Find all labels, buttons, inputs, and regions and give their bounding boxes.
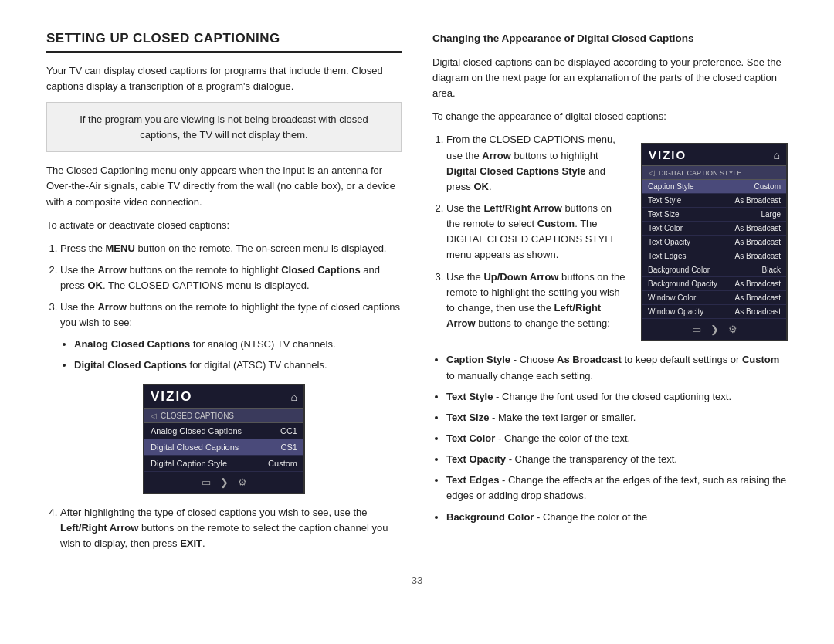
page-title: SETTING UP CLOSED CAPTIONING [46, 31, 402, 53]
right-intro-2: To change the appearance of digital clos… [432, 109, 788, 124]
page-container: SETTING UP CLOSED CAPTIONING Your TV can… [46, 31, 788, 586]
right-row-9-label: Window Opacity [648, 307, 703, 316]
left-row-1-value: CS1 [281, 442, 297, 452]
right-menu-row-4: Text Opacity As Broadcast [642, 236, 786, 249]
right-row-3-value: As Broadcast [735, 224, 781, 232]
right-row-7-label: Background Opacity [648, 280, 717, 288]
footer-icon-1: ▭ [202, 476, 211, 488]
right-footer-icon-1: ▭ [692, 324, 701, 335]
left-row-1-label: Digital Closed Captions [151, 442, 239, 452]
right-row-5-value: As Broadcast [735, 252, 781, 260]
left-step4-list: After highlighting the type of closed ca… [60, 505, 402, 551]
right-row-4-value: As Broadcast [735, 238, 781, 246]
home-icon-right: ⌂ [774, 149, 780, 161]
right-subtitle: Changing the Appearance of Digital Close… [432, 31, 788, 47]
bullet-text-color: Text Color - Change the color of the tex… [446, 431, 788, 446]
right-row-1-label: Text Style [648, 196, 681, 205]
notice-text: If the program you are viewing is not be… [80, 114, 368, 141]
right-row-0-value: Custom [754, 182, 781, 191]
bullet-text-style: Text Style - Change the font used for th… [446, 389, 788, 405]
left-step-2: Use the Arrow buttons on the remote to h… [60, 263, 402, 293]
right-menu-subtitle-text: DIGITAL CAPTION STYLE [659, 169, 742, 177]
left-column: SETTING UP CLOSED CAPTIONING Your TV can… [46, 31, 402, 559]
left-row-0-value: CC1 [280, 426, 297, 436]
right-step-1: From the CLOSED CAPTIONS menu, use the A… [446, 132, 627, 195]
right-row-5-label: Text Edges [648, 252, 686, 260]
bullet-text-opacity: Text Opacity - Change the transparency o… [446, 452, 788, 467]
right-row-7-value: As Broadcast [735, 280, 781, 288]
left-menu-row-1: Digital Closed Captions CS1 [144, 439, 303, 456]
right-menu-row-2: Text Size Large [642, 208, 786, 222]
right-bullets-list: Caption Style - Choose As Broadcast to k… [446, 352, 788, 524]
footer-icon-3: ⚙ [238, 476, 247, 488]
home-icon-left: ⌂ [291, 391, 297, 403]
activate-intro: To activate or deactivate closed caption… [46, 218, 402, 233]
left-step-1: Press the MENU button on the remote. The… [60, 241, 402, 256]
right-footer-icon-2: ❯ [710, 324, 719, 335]
right-row-0-label: Caption Style [648, 182, 693, 191]
right-menu-row-6: Background Color Black [642, 263, 786, 277]
body-paragraph-1: The Closed Captioning menu only appears … [46, 163, 402, 209]
back-arrow-left: ◁ [151, 412, 157, 420]
right-row-8-label: Window Color [648, 293, 696, 302]
right-menu-row-5: Text Edges As Broadcast [642, 249, 786, 263]
page-number: 33 [46, 575, 788, 586]
right-menu-row-3: Text Color As Broadcast [642, 222, 786, 236]
caption-type-list: Analog Closed Captions for analog (NTSC)… [74, 337, 402, 373]
bullet-text-size: Text Size - Make the text larger or smal… [446, 410, 788, 425]
left-step-4: After highlighting the type of closed ca… [60, 505, 402, 551]
footer-icon-2: ❯ [220, 476, 229, 488]
right-row-9-value: As Broadcast [735, 307, 781, 316]
right-tv-menu: VIZIO ⌂ ◁ DIGITAL CAPTION STYLE Caption … [641, 143, 788, 341]
two-col-layout: SETTING UP CLOSED CAPTIONING Your TV can… [46, 31, 788, 559]
right-menu-header: VIZIO ⌂ [642, 144, 786, 166]
right-row-6-value: Black [762, 266, 781, 274]
left-row-0-label: Analog Closed Captions [151, 426, 242, 436]
left-menu-subtitle: ◁ CLOSED CAPTIONS [144, 409, 303, 423]
right-menu-row-1: Text Style As Broadcast [642, 194, 786, 208]
notice-box: If the program you are viewing is not be… [46, 102, 402, 152]
right-step-3: Use the Up/Down Arrow buttons on the rem… [446, 269, 627, 332]
digital-bullet: Digital Closed Captions for digital (ATS… [74, 358, 402, 373]
right-menu-row-8: Window Color As Broadcast [642, 291, 786, 305]
left-menu-header: VIZIO ⌂ [144, 385, 303, 409]
vizio-logo-right: VIZIO [649, 148, 687, 161]
right-steps-text: From the CLOSED CAPTIONS menu, use the A… [432, 132, 627, 339]
back-arrow-right: ◁ [649, 168, 655, 177]
left-steps-list: Press the MENU button on the remote. The… [60, 241, 402, 373]
right-row-6-label: Background Color [648, 266, 710, 274]
right-row-3-label: Text Color [648, 224, 683, 232]
right-footer-icon-3: ⚙ [728, 324, 737, 335]
left-row-2-value: Custom [268, 459, 297, 468]
left-menu-footer: ▭ ❯ ⚙ [144, 472, 303, 493]
right-menu-footer: ▭ ❯ ⚙ [642, 319, 786, 340]
right-row-2-label: Text Size [648, 210, 680, 219]
left-menu-row-0: Analog Closed Captions CC1 [144, 423, 303, 439]
right-row-4-label: Text Opacity [648, 238, 690, 246]
right-menu-row-9: Window Opacity As Broadcast [642, 305, 786, 319]
bullet-bg-color: Background Color - Change the color of t… [446, 510, 788, 525]
analog-bullet: Analog Closed Captions for analog (NTSC)… [74, 337, 402, 352]
right-row-1-value: As Broadcast [735, 196, 781, 205]
right-menu-row-0: Caption Style Custom [642, 180, 786, 194]
left-row-2-label: Digital Caption Style [151, 459, 227, 468]
intro-paragraph: Your TV can display closed captions for … [46, 63, 402, 94]
bullet-text-edges: Text Edges - Change the effects at the e… [446, 473, 788, 503]
right-menu-subtitle: ◁ DIGITAL CAPTION STYLE [642, 166, 786, 180]
vizio-logo-left: VIZIO [151, 389, 192, 405]
right-intro-1: Digital closed captions can be displayed… [432, 55, 788, 101]
bullet-caption-style: Caption Style - Choose As Broadcast to k… [446, 352, 788, 383]
left-menu-subtitle-text: CLOSED CAPTIONS [161, 412, 234, 420]
left-step-3: Use the Arrow buttons on the remote to h… [60, 300, 402, 373]
left-tv-menu: VIZIO ⌂ ◁ CLOSED CAPTIONS Analog Closed … [143, 384, 305, 494]
right-column: Changing the Appearance of Digital Close… [432, 31, 788, 559]
right-row-2-value: Large [761, 210, 781, 219]
right-steps-list: From the CLOSED CAPTIONS menu, use the A… [446, 132, 627, 331]
right-steps-with-menu: From the CLOSED CAPTIONS menu, use the A… [432, 132, 788, 352]
right-row-8-value: As Broadcast [735, 293, 781, 302]
right-step-2: Use the Left/Right Arrow buttons on the … [446, 201, 627, 263]
right-menu-row-7: Background Opacity As Broadcast [642, 277, 786, 291]
left-menu-row-2: Digital Caption Style Custom [144, 456, 303, 472]
